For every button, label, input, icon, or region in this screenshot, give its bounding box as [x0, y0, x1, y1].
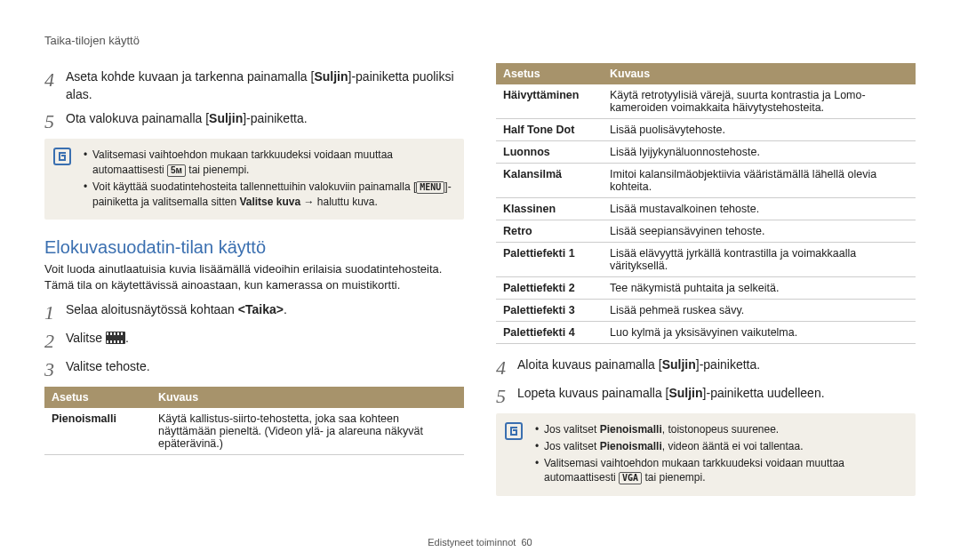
- bold: Suljin: [668, 386, 702, 400]
- text: Ota valokuva painamalla [: [66, 111, 209, 125]
- table-row: KalansilmäImitoi kalansilmäobjektiivia v…: [496, 164, 916, 198]
- text: Valitse tehoste.: [66, 358, 150, 376]
- step-1: 1 Selaa aloitusnäytössä kohtaan <Taika>.: [44, 301, 464, 323]
- step-number: 5: [496, 385, 517, 406]
- table-header: Asetus: [44, 387, 151, 408]
- setting-name: Klassinen: [496, 198, 603, 220]
- note-item: Voit käyttää suodatintehosteita tallenne…: [84, 180, 453, 210]
- step-number: 4: [496, 356, 517, 378]
- table-row: Palettiefekti 3Lisää pehmeä ruskea sävy.: [496, 300, 916, 322]
- step-5-upper: 5 Ota valokuva painamalla [Suljin]-paini…: [44, 110, 464, 132]
- footer-page-number: 60: [521, 537, 532, 548]
- setting-desc: Tee näkymistä puhtaita ja selkeitä.: [603, 277, 916, 300]
- setting-name: Häivyttäminen: [496, 84, 603, 119]
- table-header: Kuvaus: [603, 63, 916, 84]
- left-column: 4 Aseta kohde kuvaan ja tarkenna painama…: [44, 63, 464, 512]
- text: Jos valitset: [544, 423, 600, 436]
- table-row: Half Tone DotLisää puolisävytehoste.: [496, 119, 916, 141]
- text: , videon ääntä ei voi tallentaa.: [662, 440, 804, 452]
- text: .: [125, 331, 129, 345]
- note-icon: [505, 422, 523, 440]
- table-row: LuonnosLisää lyijykynäluonnostehoste.: [496, 141, 916, 164]
- resolution-chip: 5м: [167, 164, 186, 177]
- text: Voit käyttää suodatintehosteita tallenne…: [92, 180, 416, 193]
- step-3: 3 Valitse tehoste.: [44, 358, 464, 380]
- setting-desc: Lisää lyijykynäluonnostehoste.: [603, 141, 916, 164]
- step-2: 2 Valitse .: [44, 330, 464, 351]
- menu-button-chip: MENU: [416, 181, 444, 194]
- table-header: Asetus: [496, 63, 603, 84]
- text: ]-painiketta.: [243, 111, 307, 125]
- text: Valitse: [66, 331, 106, 345]
- bold: Suljin: [314, 69, 348, 84]
- section-lead: Voit luoda ainutlaatuisia kuvia lisäämäl…: [44, 261, 464, 292]
- setting-name: Half Tone Dot: [496, 119, 603, 141]
- setting-name: Kalansilmä: [496, 164, 603, 198]
- text: tai pienempi.: [186, 164, 249, 176]
- setting-desc: Imitoi kalansilmäobjektiivia vääristämäl…: [603, 164, 916, 198]
- footer-section-label: Edistyneet toiminnot: [428, 537, 516, 548]
- step-number: 1: [44, 301, 66, 323]
- note-item: Jos valitset Pienoismalli, toistonopeus …: [535, 422, 905, 437]
- step-5-lower: 5 Lopeta kuvaus painamalla [Suljin]-pain…: [496, 385, 916, 406]
- breadcrumb: Taika-tilojen käyttö: [44, 34, 916, 47]
- right-column: Asetus Kuvaus HäivyttäminenKäytä retroty…: [496, 63, 916, 512]
- bold: Valitse kuva: [239, 196, 300, 208]
- film-mode-icon: [106, 332, 125, 344]
- setting-desc: Käytä kallistus-siirto-tehostetta, joka …: [151, 408, 464, 455]
- page-footer: Edistyneet toiminnot 60: [0, 537, 960, 548]
- setting-desc: Luo kylmä ja yksisävyinen vaikutelma.: [603, 322, 916, 344]
- setting-desc: Lisää seepiansävyinen tehoste.: [603, 220, 916, 243]
- note-icon: [53, 148, 71, 165]
- setting-name: Palettiefekti 1: [496, 243, 603, 277]
- text: Selaa aloitusnäytössä kohtaan: [66, 302, 238, 316]
- table-row: KlassinenLisää mustavalkoinen tehoste.: [496, 198, 916, 220]
- section-heading: Elokuvasuodatin-tilan käyttö: [44, 237, 464, 258]
- setting-desc: Lisää mustavalkoinen tehoste.: [603, 198, 916, 220]
- setting-desc: Käytä retrotyylisiä värejä, suurta kontr…: [603, 84, 916, 119]
- table-row: RetroLisää seepiansävyinen tehoste.: [496, 220, 916, 243]
- setting-name: Retro: [496, 220, 603, 243]
- setting-name: Palettiefekti 3: [496, 300, 603, 322]
- setting-desc: Lisää puolisävytehoste.: [603, 119, 916, 141]
- step-number: 5: [44, 110, 66, 132]
- text: , toistonopeus suurenee.: [662, 423, 779, 436]
- text: Aseta kohde kuvaan ja tarkenna painamall…: [66, 69, 314, 84]
- setting-name: Palettiefekti 4: [496, 322, 603, 344]
- setting-name: Pienoismalli: [44, 408, 151, 455]
- setting-name: Luonnos: [496, 141, 603, 164]
- step-4-upper: 4 Aseta kohde kuvaan ja tarkenna painama…: [44, 68, 464, 103]
- text: → haluttu kuva.: [300, 196, 378, 208]
- table-row: Palettiefekti 4Luo kylmä ja yksisävyinen…: [496, 322, 916, 344]
- step-number: 3: [44, 358, 66, 380]
- bold: <Taika>: [238, 302, 284, 316]
- note-item: Valitsemasi vaihtoehdon mukaan tarkkuude…: [535, 456, 905, 486]
- settings-table-left: Asetus Kuvaus Pienoismalli Käytä kallist…: [44, 387, 464, 455]
- table-row: HäivyttäminenKäytä retrotyylisiä värejä,…: [496, 84, 916, 119]
- note-item: Valitsemasi vaihtoehdon mukaan tarkkuude…: [84, 148, 453, 178]
- note-box-lower: Jos valitset Pienoismalli, toistonopeus …: [496, 413, 916, 496]
- settings-table-right: Asetus Kuvaus HäivyttäminenKäytä retroty…: [496, 63, 916, 344]
- table-row: Palettiefekti 1Lisää elävyyttä jyrkällä …: [496, 243, 916, 277]
- bold: Suljin: [662, 357, 696, 372]
- note-box-upper: Valitsemasi vaihtoehdon mukaan tarkkuude…: [44, 139, 464, 220]
- table-row: Pienoismalli Käytä kallistus-siirto-teho…: [44, 408, 464, 455]
- text: ]-painiketta uudelleen.: [703, 386, 825, 400]
- setting-name: Palettiefekti 2: [496, 277, 603, 300]
- step-number: 2: [44, 330, 66, 351]
- setting-desc: Lisää pehmeä ruskea sävy.: [603, 300, 916, 322]
- resolution-chip: VGA: [619, 472, 642, 484]
- text: Aloita kuvaus painamalla [: [517, 357, 662, 372]
- note-item: Jos valitset Pienoismalli, videon ääntä …: [535, 439, 905, 454]
- table-row: Palettiefekti 2Tee näkymistä puhtaita ja…: [496, 277, 916, 300]
- step-4-lower: 4 Aloita kuvaus painamalla [Suljin]-pain…: [496, 356, 916, 378]
- bold: Pienoismalli: [600, 440, 662, 452]
- table-header: Kuvaus: [151, 387, 464, 408]
- text: Jos valitset: [544, 440, 600, 452]
- text: ]-painiketta.: [696, 357, 760, 372]
- step-number: 4: [44, 68, 66, 90]
- text: tai pienempi.: [642, 471, 705, 484]
- setting-desc: Lisää elävyyttä jyrkällä kontrastilla ja…: [603, 243, 916, 277]
- bold: Pienoismalli: [600, 423, 662, 436]
- text: .: [284, 302, 287, 316]
